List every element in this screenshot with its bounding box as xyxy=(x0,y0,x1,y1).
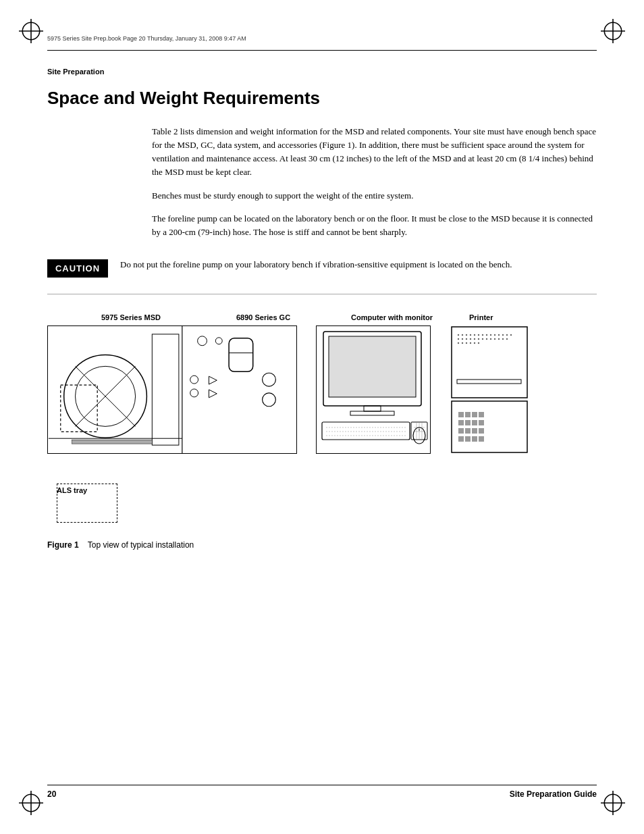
svg-rect-94 xyxy=(479,428,484,434)
figure-row: ALS tray xyxy=(47,325,597,494)
svg-rect-32 xyxy=(329,336,416,397)
svg-point-75 xyxy=(458,342,459,344)
svg-rect-82 xyxy=(452,401,527,452)
svg-point-52 xyxy=(474,334,475,336)
top-rule xyxy=(47,50,597,51)
page-title: Space and Weight Requirements xyxy=(47,88,597,109)
paragraph-1: Table 2 lists dimension and weight infor… xyxy=(152,125,597,180)
als-tray-box xyxy=(57,484,117,523)
svg-rect-95 xyxy=(458,436,464,442)
figure-area: 5975 Series MSD 6890 Series GC Computer … xyxy=(47,313,597,550)
svg-marker-25 xyxy=(209,376,217,384)
svg-point-77 xyxy=(466,342,467,344)
caution-text: Do not put the foreline pump on your lab… xyxy=(120,258,597,271)
svg-rect-93 xyxy=(472,428,477,434)
svg-point-53 xyxy=(478,334,479,336)
svg-rect-33 xyxy=(364,406,381,411)
svg-point-28 xyxy=(263,393,276,407)
bottom-rule xyxy=(47,785,597,785)
svg-rect-21 xyxy=(229,338,253,371)
svg-point-78 xyxy=(470,342,471,344)
msd-gc-container: ALS tray xyxy=(47,325,297,494)
svg-rect-86 xyxy=(479,412,484,417)
svg-rect-89 xyxy=(472,420,477,425)
svg-rect-97 xyxy=(472,436,477,442)
svg-point-59 xyxy=(502,334,504,336)
section-header: Site Preparation xyxy=(47,68,597,76)
body-text-block: Table 2 lists dimension and weight infor… xyxy=(152,125,597,239)
svg-point-58 xyxy=(498,334,500,336)
svg-point-65 xyxy=(470,338,471,340)
svg-point-74 xyxy=(506,338,508,340)
fig-label-msd: 5975 Series MSD xyxy=(101,313,236,321)
figure-caption: Figure 1 Top view of typical installatio… xyxy=(47,540,597,550)
figure-labels: 5975 Series MSD 6890 Series GC Computer … xyxy=(47,313,597,321)
svg-rect-30 xyxy=(72,440,153,444)
svg-rect-35 xyxy=(322,422,410,440)
paragraph-3: The foreline pump can be located on the … xyxy=(152,212,597,239)
svg-point-70 xyxy=(490,338,491,340)
svg-rect-81 xyxy=(457,380,521,384)
svg-point-80 xyxy=(478,342,479,344)
caution-section: CAUTION Do not put the foreline pump on … xyxy=(47,258,597,294)
svg-rect-88 xyxy=(465,420,471,425)
svg-point-69 xyxy=(486,338,487,340)
caution-badge: CAUTION xyxy=(47,259,108,278)
svg-rect-90 xyxy=(479,420,484,425)
svg-point-63 xyxy=(462,338,463,340)
reg-mark-tr xyxy=(601,19,625,43)
svg-point-55 xyxy=(486,334,487,336)
reg-mark-br xyxy=(601,791,625,815)
svg-rect-92 xyxy=(465,428,471,434)
svg-point-71 xyxy=(494,338,495,340)
fig-label-printer: Printer xyxy=(469,313,550,321)
fig-label-computer: Computer with monitor xyxy=(351,313,469,321)
svg-point-20 xyxy=(215,338,222,344)
svg-point-57 xyxy=(494,334,495,336)
svg-point-76 xyxy=(462,342,463,344)
figure-caption-label: Figure 1 xyxy=(47,540,79,550)
paragraph-2: Benches must be sturdy enough to support… xyxy=(152,189,597,203)
svg-marker-26 xyxy=(209,390,217,398)
svg-rect-85 xyxy=(472,412,477,417)
svg-point-60 xyxy=(506,334,508,336)
printer-container xyxy=(450,325,531,457)
page: 5975 Series Site Prep.book Page 20 Thurs… xyxy=(0,0,644,834)
svg-point-79 xyxy=(474,342,475,344)
svg-rect-91 xyxy=(458,428,464,434)
msd-gc-block xyxy=(47,325,297,454)
svg-point-51 xyxy=(470,334,471,336)
svg-point-48 xyxy=(458,334,459,336)
svg-point-62 xyxy=(458,338,459,340)
svg-point-67 xyxy=(478,338,479,340)
svg-rect-84 xyxy=(465,412,471,417)
fig-label-gc: 6890 Series GC xyxy=(236,313,344,321)
figure-caption-text: Top view of typical installation xyxy=(88,540,194,550)
svg-point-66 xyxy=(474,338,475,340)
svg-rect-98 xyxy=(479,436,484,442)
svg-point-73 xyxy=(502,338,504,340)
svg-rect-83 xyxy=(458,412,464,417)
svg-point-56 xyxy=(490,334,491,336)
svg-rect-47 xyxy=(452,327,527,398)
svg-point-61 xyxy=(510,334,512,336)
svg-point-19 xyxy=(198,336,207,346)
svg-rect-34 xyxy=(350,411,394,415)
content-area: Site Preparation Space and Weight Requir… xyxy=(47,68,597,550)
footer-page-number: 20 xyxy=(47,789,56,799)
svg-rect-96 xyxy=(465,436,471,442)
computer-block xyxy=(316,325,431,454)
reg-mark-tl xyxy=(19,19,43,43)
svg-point-54 xyxy=(482,334,483,336)
footer-guide-title: Site Preparation Guide xyxy=(510,789,597,799)
svg-point-64 xyxy=(466,338,467,340)
svg-point-49 xyxy=(462,334,463,336)
svg-rect-87 xyxy=(458,420,464,425)
svg-point-50 xyxy=(466,334,467,336)
svg-point-27 xyxy=(263,373,276,386)
top-meta: 5975 Series Site Prep.book Page 20 Thurs… xyxy=(47,35,246,42)
svg-rect-18 xyxy=(152,334,179,445)
svg-point-24 xyxy=(190,389,198,397)
svg-point-23 xyxy=(190,375,198,384)
computer-container xyxy=(316,325,434,454)
